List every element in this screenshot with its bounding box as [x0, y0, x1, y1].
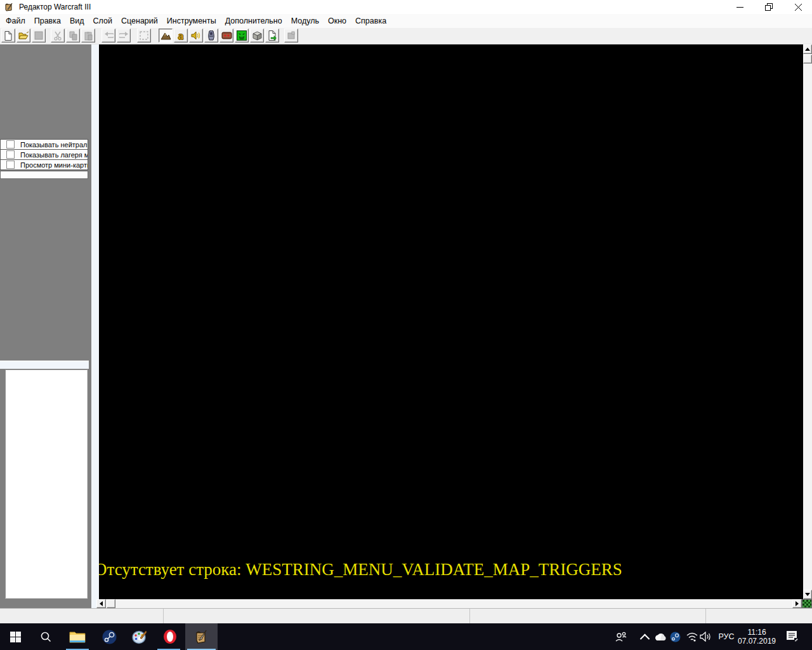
- language-indicator[interactable]: РУС: [716, 623, 737, 650]
- warcraft-editor-icon: [195, 629, 209, 644]
- search-button[interactable]: [30, 623, 61, 650]
- cut-icon: [53, 31, 62, 41]
- warcraft-editor-app-icon: [4, 2, 15, 12]
- volume-tray-button[interactable]: [699, 631, 713, 642]
- steam-tray-button[interactable]: [669, 631, 681, 642]
- horizontal-scrollbar-track[interactable]: [96, 599, 802, 608]
- vertical-scrollbar-thumb[interactable]: [803, 55, 812, 63]
- campaign-editor-button[interactable]: [219, 29, 233, 43]
- checkbox-row-show-camps[interactable]: Показывать лагеря м: [0, 149, 88, 160]
- chevron-up-icon: [639, 633, 650, 644]
- paste-icon: [84, 31, 93, 41]
- menu-scenario[interactable]: Сценарий: [117, 14, 162, 28]
- start-button[interactable]: [0, 623, 30, 650]
- editor-canvas[interactable]: Отсутствует строка: WESTRING_MENU_VALIDA…: [99, 44, 803, 599]
- arrow-up-icon: [805, 48, 810, 51]
- save-icon: [34, 31, 43, 40]
- paint-palette-icon: [132, 630, 147, 644]
- network-tray-button[interactable]: [686, 631, 698, 642]
- new-document-icon: [4, 31, 13, 41]
- clock[interactable]: 11:16 07.07.2019: [736, 628, 778, 646]
- steam-button[interactable]: [94, 623, 124, 650]
- paste-button[interactable]: [81, 29, 95, 43]
- sidebar-splitter[interactable]: [91, 44, 99, 608]
- file-explorer-button[interactable]: [61, 623, 94, 650]
- sound-editor-button[interactable]: [189, 29, 203, 43]
- menu-help[interactable]: Справка: [351, 14, 391, 28]
- checkbox-row-minimap-preview[interactable]: Просмотр мини-карты: [0, 159, 88, 170]
- window-title: Редактор Warcraft III: [19, 0, 91, 14]
- terrain-mountain-icon: [160, 32, 171, 40]
- cut-button[interactable]: [51, 29, 65, 43]
- checkbox-label: Показывать лагеря м: [20, 151, 88, 159]
- scroll-right-button[interactable]: [792, 599, 802, 608]
- windows-logo-icon: [10, 632, 21, 642]
- test-map-button[interactable]: [284, 29, 298, 43]
- minimize-button[interactable]: [726, 0, 754, 14]
- test-map-icon: [287, 31, 296, 40]
- object-editor-button[interactable]: [204, 29, 218, 43]
- undo-icon: [104, 32, 114, 39]
- undo-button[interactable]: [102, 29, 115, 43]
- warcraft-editor-taskbar-button[interactable]: [185, 623, 218, 650]
- menu-layer[interactable]: Слой: [89, 14, 117, 28]
- menu-advanced[interactable]: Дополнительно: [221, 14, 287, 28]
- arrow-down-icon: [805, 593, 810, 596]
- taskbar: РУС 11:16 07.07.2019: [0, 623, 812, 650]
- menu-edit[interactable]: Правка: [30, 14, 65, 28]
- checkbox-show-neutral[interactable]: [6, 140, 15, 149]
- menu-tools[interactable]: Инструменты: [162, 14, 221, 28]
- scroll-down-button[interactable]: [803, 590, 812, 599]
- people-tray-button[interactable]: [615, 631, 627, 642]
- copy-icon: [69, 31, 78, 41]
- object-manager-button[interactable]: [250, 29, 264, 43]
- trigger-editor-button[interactable]: a: [174, 29, 188, 43]
- status-segment-1: [0, 609, 164, 623]
- copy-button[interactable]: [66, 29, 80, 43]
- checkbox-show-camps[interactable]: [6, 150, 15, 159]
- redo-button[interactable]: [117, 29, 131, 43]
- checkbox-row-show-neutral[interactable]: Показывать нейтраль: [0, 139, 88, 150]
- search-icon: [40, 631, 51, 642]
- save-map-button[interactable]: [32, 29, 46, 43]
- ai-editor-button[interactable]: [235, 29, 249, 43]
- minimize-icon: [737, 4, 743, 11]
- menu-window[interactable]: Окно: [324, 14, 351, 28]
- status-segment-4: [706, 609, 812, 623]
- notification-icon: [786, 630, 799, 642]
- opera-button[interactable]: [155, 623, 185, 650]
- new-map-button[interactable]: [1, 29, 15, 43]
- trigger-a-icon: a: [178, 30, 184, 41]
- paint-button[interactable]: [124, 623, 155, 650]
- steam-icon: [102, 630, 117, 644]
- menu-module[interactable]: Модуль: [287, 14, 324, 28]
- checkbox-label: Показывать нейтраль: [20, 141, 88, 149]
- title-bar[interactable]: Редактор Warcraft III: [0, 0, 812, 14]
- restore-button[interactable]: [755, 0, 783, 14]
- people-icon: [615, 632, 627, 642]
- selection-marquee-icon: [140, 31, 148, 40]
- palette-listbox[interactable]: [5, 369, 88, 599]
- vertical-scrollbar-track[interactable]: [803, 44, 812, 599]
- selection-brush-button[interactable]: [137, 29, 151, 43]
- volume-icon: [700, 632, 712, 642]
- onedrive-tray-button[interactable]: [653, 631, 667, 642]
- checkbox-minimap-preview[interactable]: [6, 161, 15, 169]
- open-map-button[interactable]: [16, 29, 30, 43]
- action-center-button[interactable]: [785, 630, 799, 642]
- tool-palette-panel: Показывать нейтраль Показывать лагеря м …: [0, 44, 91, 608]
- close-button[interactable]: [784, 0, 812, 14]
- scroll-left-button[interactable]: [96, 599, 106, 608]
- checkbox-label: Просмотр мини-карты: [20, 161, 88, 169]
- date-text: 07.07.2019: [736, 637, 778, 646]
- open-folder-icon: [18, 31, 29, 40]
- hidden-icons-button[interactable]: [639, 631, 650, 642]
- scroll-up-button[interactable]: [803, 44, 812, 54]
- minimap-corner-icon[interactable]: [802, 599, 812, 608]
- menu-file[interactable]: Файл: [1, 14, 30, 28]
- horizontal-scrollbar-thumb[interactable]: [107, 599, 115, 608]
- terrain-editor-button[interactable]: [159, 29, 173, 43]
- menu-view[interactable]: Вид: [65, 14, 89, 28]
- import-manager-button[interactable]: [265, 29, 279, 43]
- cloud-icon: [654, 632, 667, 641]
